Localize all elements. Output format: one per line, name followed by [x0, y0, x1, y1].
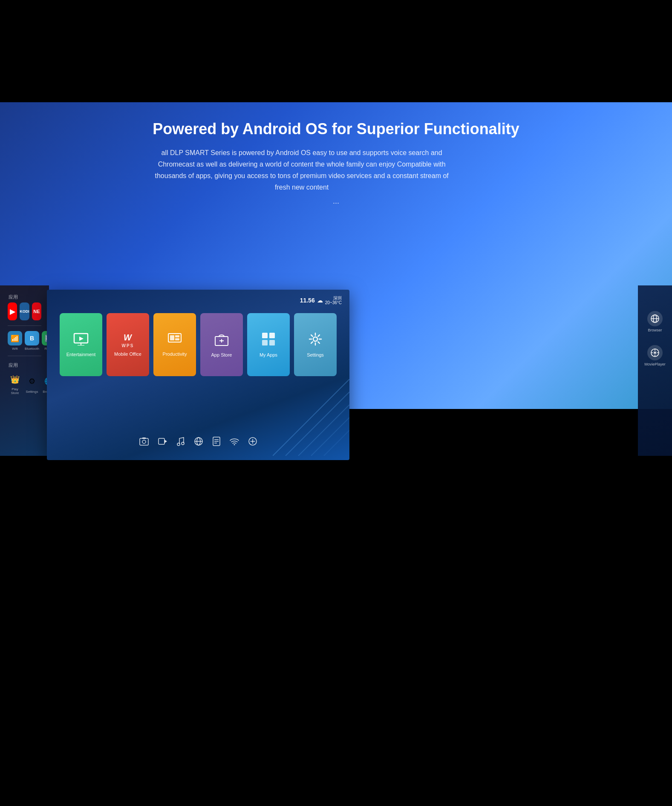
toolbar-photo-icon[interactable]	[139, 437, 149, 448]
app-store-label: App Store	[211, 352, 232, 357]
entertainment-icon	[73, 333, 89, 348]
svg-point-44	[654, 352, 656, 354]
productivity-label: Productivity	[163, 351, 187, 357]
sidebar-apps-row2: 👑 Play Store ⚙ Settings 🌐 Browser	[3, 371, 46, 397]
svg-rect-18	[262, 340, 268, 345]
settings-tile[interactable]: Settings	[294, 313, 337, 376]
svg-rect-19	[269, 340, 275, 345]
wifi-icon-wrap[interactable]: 📶 Wifi	[8, 330, 22, 352]
right-movieplayer-label: MoviePlayer	[644, 362, 666, 366]
time-bar: 11.56 ☁ 深圳 20~36°C	[300, 296, 342, 305]
right-movieplayer-icon	[647, 345, 663, 360]
city-name: 深圳	[325, 296, 342, 300]
right-panel-partial: Browser MoviePlayer	[638, 285, 672, 456]
right-movieplayer-app[interactable]: MoviePlayer	[644, 345, 666, 366]
my-apps-tile[interactable]: My Apps	[247, 313, 290, 376]
app-grid: Entertainment W WPS Mobile Office	[66, 313, 330, 376]
svg-marker-8	[79, 337, 84, 341]
bottom-black-bar	[0, 409, 672, 806]
mobile-office-label: Mobile Office	[114, 351, 141, 357]
kodi-app-icon[interactable]: KODI	[20, 302, 29, 320]
sidebar-divider-2	[8, 356, 41, 356]
svg-rect-17	[269, 333, 275, 338]
right-browser-app[interactable]: Browser	[647, 311, 663, 332]
app-store-tile[interactable]: App Store	[200, 313, 243, 376]
right-browser-icon	[647, 311, 663, 326]
bluetooth-icon: B	[25, 331, 39, 345]
sidebar-settings-label2: Settings	[26, 390, 38, 394]
bluetooth-icon-wrap[interactable]: B Bluetooth	[25, 330, 39, 352]
toolbar-browser-icon[interactable]	[194, 437, 203, 448]
sidebar-system-row: 📶 Wifi B Bluetooth 🔄 Reset	[3, 328, 46, 354]
netflix-app-icon[interactable]: NE	[32, 302, 41, 320]
temperature-range: 20~36°C	[325, 300, 342, 305]
sidebar-settings-label: 应用	[3, 358, 46, 371]
mobile-office-icon: W WPS	[122, 333, 134, 348]
toolbar-add-icon[interactable]	[248, 437, 257, 448]
tv-mockup: 11.56 ☁ 深圳 20~36°C	[47, 290, 349, 460]
bottom-toolbar	[47, 437, 349, 448]
location-info: 深圳 20~36°C	[325, 296, 342, 305]
playstore-icon: 👑	[8, 373, 22, 386]
settings-label: Settings	[307, 352, 324, 357]
toolbar-file-icon[interactable]	[213, 437, 220, 448]
wifi-label: Wifi	[12, 347, 17, 351]
mobile-office-tile[interactable]: W WPS Mobile Office	[107, 313, 149, 376]
page-title: Powered by Android OS for Superior Funct…	[153, 119, 519, 139]
weather-icon: ☁	[317, 297, 323, 304]
ellipsis-text: ...	[153, 197, 519, 206]
svg-rect-23	[142, 438, 146, 439]
sidebar-settings-icon-wrap[interactable]: ⚙ Settings	[25, 373, 39, 395]
svg-point-35	[234, 444, 235, 446]
title-section: Powered by Android OS for Superior Funct…	[153, 119, 519, 206]
toolbar-video-icon[interactable]	[158, 438, 167, 447]
subtitle-text: all DLP SMART Series is powered by Andro…	[153, 147, 451, 193]
svg-rect-12	[175, 338, 179, 340]
productivity-icon	[168, 333, 182, 348]
svg-marker-25	[164, 440, 167, 443]
svg-point-27	[182, 442, 184, 445]
sidebar-settings-icon: ⚙	[25, 374, 39, 389]
entertainment-tile[interactable]: Entertainment	[60, 313, 102, 376]
svg-rect-21	[140, 438, 148, 445]
svg-point-20	[313, 337, 317, 341]
svg-rect-24	[159, 438, 164, 444]
tv-screen-wrapper: 11.56 ☁ 深圳 20~36°C	[47, 285, 349, 456]
toolbar-wifi-icon[interactable]	[230, 438, 239, 447]
bluetooth-label: Bluetooth	[25, 347, 39, 351]
wifi-icon: 📶	[8, 331, 22, 345]
sidebar-divider-1	[8, 325, 41, 326]
playstore-icon-wrap[interactable]: 👑 Play Store	[8, 373, 22, 395]
svg-rect-16	[262, 333, 268, 338]
svg-point-22	[142, 440, 146, 443]
svg-line-2	[298, 405, 349, 456]
left-panel-partial: 应用 ▶ KODI NE 📶 Wifi B Bluetooth 🔄 Reset	[0, 285, 49, 456]
main-content-area: Powered by Android OS for Superior Funct…	[0, 102, 672, 409]
toolbar-music-icon[interactable]	[177, 437, 185, 448]
entertainment-label: Entertainment	[66, 352, 95, 357]
youtube-app-icon[interactable]: ▶	[8, 302, 17, 320]
my-apps-label: My Apps	[260, 352, 277, 357]
sidebar-apps-label: 应用	[3, 290, 46, 302]
svg-rect-10	[170, 335, 174, 340]
svg-rect-11	[175, 335, 179, 337]
settings-icon	[309, 332, 322, 349]
right-browser-label: Browser	[648, 328, 662, 332]
my-apps-icon	[262, 332, 275, 349]
svg-point-26	[177, 443, 180, 446]
time-display: 11.56	[300, 297, 315, 304]
playstore-label: Play Store	[8, 387, 22, 395]
top-black-bar	[0, 0, 672, 102]
sidebar-apps-row: ▶ KODI NE	[3, 302, 46, 324]
productivity-tile[interactable]: Productivity	[153, 313, 196, 376]
app-store-icon	[215, 332, 228, 349]
